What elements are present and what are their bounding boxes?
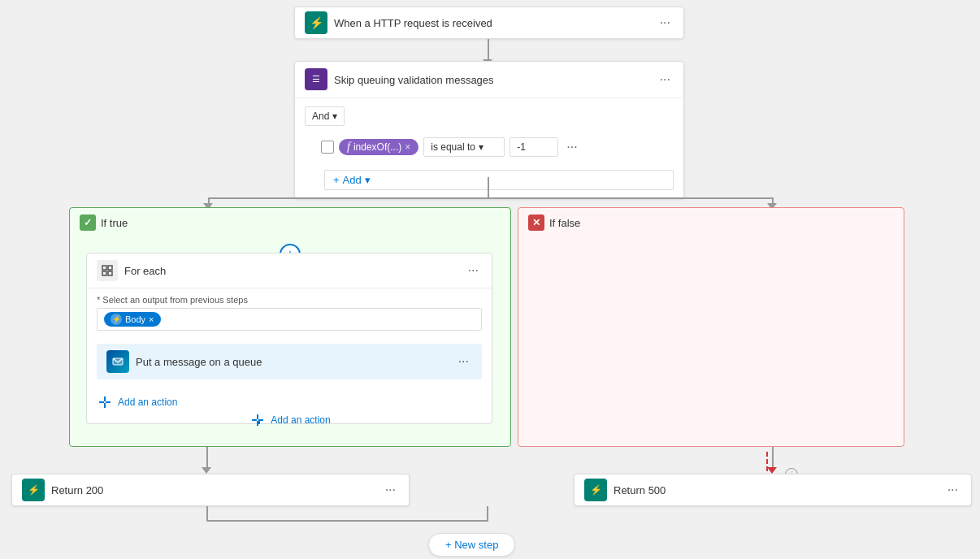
connector-horiz — [208, 197, 773, 199]
svg-rect-12 — [257, 414, 258, 419]
for-each-icon — [97, 260, 118, 281]
pill-close[interactable]: × — [405, 141, 410, 153]
add-icon: + — [333, 174, 340, 186]
cond-operator[interactable]: is equal to ▾ — [423, 137, 505, 157]
and-row: And ▾ — [295, 98, 683, 134]
condition-block: ☰ Skip queuing validation messages ··· A… — [294, 61, 684, 199]
merge-center — [487, 506, 488, 520]
return-200-label: Return 200 — [51, 484, 382, 496]
if-true-branch: ✓ If true + For each ··· — [69, 207, 511, 447]
if-false-header: ✕ If false — [518, 208, 904, 237]
cond-row-more[interactable]: ··· — [563, 140, 580, 154]
and-label: And — [312, 110, 329, 122]
condition-row: f indexOf(...) × is equal to ▾ -1 ··· — [295, 134, 683, 160]
return-500-label: Return 500 — [614, 484, 944, 496]
add-action-inner-label: Add an action — [118, 396, 177, 408]
svg-rect-11 — [252, 419, 257, 421]
svg-rect-1 — [108, 266, 112, 270]
condition-header: ☰ Skip queuing validation messages ··· — [295, 62, 683, 98]
and-dropdown[interactable]: And ▾ — [305, 106, 345, 126]
for-each-header[interactable]: For each ··· — [87, 254, 492, 288]
arrow-return-200 — [202, 467, 211, 474]
body-pill-icon: ⚡ — [111, 314, 122, 325]
sub-action-row: Put a message on a queue ··· — [97, 344, 482, 379]
put-message-action[interactable]: Put a message on a queue ··· — [97, 344, 482, 379]
operator-label: is equal to — [431, 141, 475, 153]
skip-label: Skip queuing validation messages — [334, 74, 657, 86]
put-message-label: Put a message on a queue — [136, 356, 455, 368]
canvas: ⚡ When a HTTP request is received ··· ☰ … — [0, 0, 980, 559]
operator-chevron: ▾ — [479, 141, 483, 153]
return-200-icon: ⚡ — [22, 479, 45, 501]
if-true-header: ✓ If true — [70, 208, 510, 237]
svg-rect-15 — [258, 419, 263, 421]
if-false-icon: ✕ — [528, 214, 544, 231]
if-true-label: If true — [101, 217, 128, 229]
if-false-branch: ✕ If false — [518, 207, 904, 447]
http-request-more[interactable]: ··· — [657, 15, 674, 30]
return-200-node[interactable]: ⚡ Return 200 ··· — [11, 474, 410, 506]
return-500-node[interactable]: ⚡ Return 500 ··· — [574, 474, 972, 506]
svg-rect-3 — [108, 271, 112, 275]
http-request-node[interactable]: ⚡ When a HTTP request is received ··· — [294, 6, 684, 39]
svg-rect-7 — [99, 401, 104, 403]
output-field[interactable]: ⚡ Body × — [97, 308, 482, 331]
connector-2 — [488, 177, 489, 197]
skip-icon: ☰ — [305, 68, 327, 91]
func-label: indexOf(...) — [353, 141, 401, 153]
if-false-label: If false — [549, 217, 580, 229]
svg-rect-0 — [102, 266, 106, 270]
and-chevron: ▾ — [332, 110, 337, 122]
body-pill-close[interactable]: × — [149, 314, 154, 324]
new-step-label: + New step — [445, 539, 498, 551]
skip-more[interactable]: ··· — [657, 72, 674, 87]
for-each-title: For each — [124, 265, 465, 277]
new-step-btn[interactable]: + New step — [428, 533, 515, 557]
add-chevron: ▾ — [365, 174, 371, 186]
put-message-more[interactable]: ··· — [455, 354, 472, 369]
svg-rect-2 — [102, 271, 106, 275]
if-true-icon: ✓ — [80, 214, 96, 231]
add-condition-btn[interactable]: + Add ▾ — [324, 170, 674, 190]
for-each-block: For each ··· * Select an output from pre… — [86, 253, 492, 424]
http-request-icon: ⚡ — [305, 11, 327, 34]
select-output-label: * Select an output from previous steps — [97, 295, 482, 305]
merge-left — [206, 506, 208, 521]
func-icon: f — [347, 141, 350, 154]
add-action-outer-icon — [249, 412, 266, 428]
add-action-outer-btn[interactable]: Add an action — [249, 407, 330, 433]
svg-rect-13 — [257, 421, 258, 426]
return-200-more[interactable]: ··· — [382, 483, 399, 497]
cond-value-text: -1 — [517, 141, 526, 153]
cond-value[interactable]: -1 — [510, 137, 558, 157]
connector-return-200 — [206, 447, 208, 470]
http-request-label: When a HTTP request is received — [334, 17, 657, 29]
return-500-icon: ⚡ — [584, 479, 607, 501]
body-pill-label: Body — [125, 314, 145, 324]
add-action-outer-label: Add an action — [271, 414, 330, 426]
arrow-return-500 — [767, 467, 777, 474]
func-pill[interactable]: f indexOf(...) × — [339, 139, 418, 155]
add-row: + Add ▾ — [295, 167, 683, 198]
svg-rect-8 — [104, 396, 106, 401]
merge-horiz — [206, 520, 488, 522]
return-500-more[interactable]: ··· — [944, 483, 961, 497]
connector-return-500 — [772, 447, 774, 470]
cond-checkbox[interactable] — [321, 141, 334, 154]
body-pill: ⚡ Body × — [104, 312, 161, 327]
add-action-outer: Add an action — [70, 407, 510, 433]
for-each-body: * Select an output from previous steps ⚡… — [87, 288, 492, 337]
add-label: Add — [343, 174, 362, 186]
svg-rect-10 — [106, 401, 111, 403]
put-message-icon — [106, 350, 129, 373]
for-each-more[interactable]: ··· — [465, 263, 482, 278]
